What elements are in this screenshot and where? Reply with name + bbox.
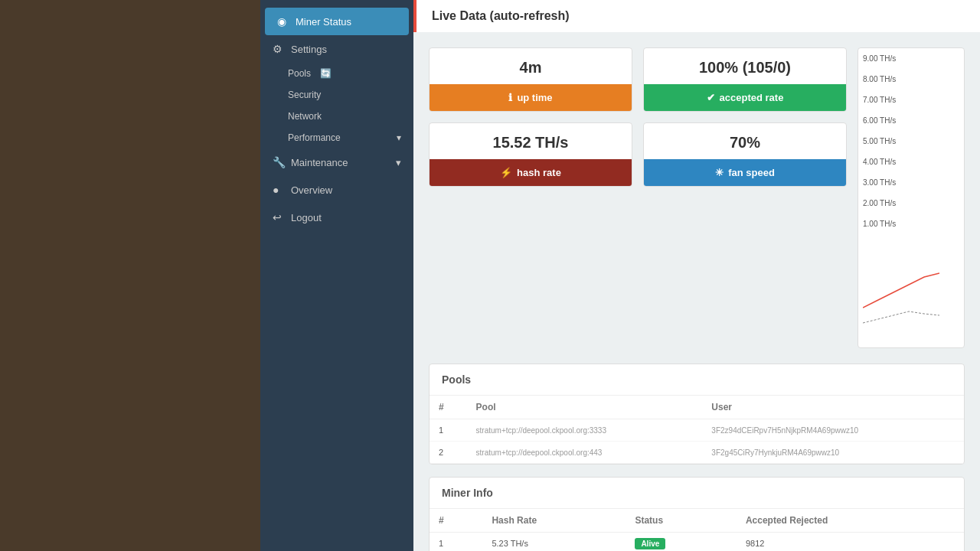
pools-table-row: 1 stratum+tcp://deepool.ckpool.org:3333 … — [430, 419, 964, 442]
sidebar-label-network: Network — [288, 111, 322, 122]
pool-user: 3F2g45CiRy7HynkjuRM4A69pwwz10 — [702, 442, 964, 464]
pools-col-pool: Pool — [467, 396, 703, 419]
status-badge: Alive — [635, 538, 665, 549]
pools-section: Pools # Pool User 1 stratum+tcp://deepoo… — [429, 364, 965, 465]
chart-y-label-8: 8.00 TH/s — [863, 75, 959, 83]
maintenance-arrow-icon: ▾ — [396, 157, 401, 168]
miner-num: 1 — [430, 533, 482, 552]
sidebar-label-performance: Performance — [288, 132, 341, 143]
chart-svg — [863, 231, 939, 338]
accepted-rate-icon: ✔ — [707, 92, 715, 103]
hash-rate-label-bar: ⚡ hash rate — [430, 159, 632, 186]
settings-icon: ⚙ — [273, 43, 285, 55]
sidebar-label-security: Security — [288, 90, 321, 100]
stats-grid: 4m ℹ up time 100% (105/0) ✔ accepted rat… — [429, 47, 847, 348]
miner-info-section-title: Miner Info — [430, 478, 964, 509]
sidebar-label-logout: Logout — [291, 212, 322, 223]
uptime-label: up time — [517, 92, 552, 103]
sidebar: ◉ Miner Status ⚙ Settings Pools 🔄 Securi… — [260, 0, 413, 551]
uptime-value: 4m — [430, 48, 632, 84]
accepted-rate-value: 100% (105/0) — [644, 48, 846, 84]
chart-y-labels: 9.00 TH/s 8.00 TH/s 7.00 TH/s 6.00 TH/s … — [863, 54, 959, 228]
pools-table-wrap: # Pool User 1 stratum+tcp://deepool.ckpo… — [430, 396, 964, 464]
overview-icon: ● — [273, 184, 285, 196]
content-area: 4m ℹ up time 100% (105/0) ✔ accepted rat… — [413, 47, 980, 551]
pool-num: 1 — [430, 419, 467, 442]
pools-col-num: # — [430, 396, 467, 419]
pool-url: stratum+tcp://deepool.ckpool.org:3333 — [467, 419, 703, 442]
chart-y-label-4: 4.00 TH/s — [863, 158, 959, 166]
fan-speed-value: 70% — [644, 123, 846, 159]
miner-hashrate: 5.23 TH/s — [482, 533, 626, 552]
pools-table: # Pool User 1 stratum+tcp://deepool.ckpo… — [430, 396, 964, 464]
accepted-rate-label: accepted rate — [720, 92, 784, 103]
miner-col-hashrate: Hash Rate — [482, 509, 626, 533]
fan-speed-label: fan speed — [728, 167, 775, 178]
pools-table-header: # Pool User — [430, 396, 964, 419]
miner-info-table-wrap: # Hash Rate Status Accepted Rejected 1 5… — [430, 509, 964, 551]
uptime-label-bar: ℹ up time — [430, 84, 632, 111]
camera-background — [0, 0, 260, 551]
fan-speed-card: 70% ✳ fan speed — [643, 122, 847, 187]
accepted-rate-card: 100% (105/0) ✔ accepted rate — [643, 47, 847, 112]
miner-accepted-rejected: 9812 — [737, 533, 964, 552]
chart-y-label-2: 2.00 TH/s — [863, 199, 959, 207]
page-header: Live Data (auto-refresh) — [413, 0, 980, 32]
logout-icon: ↩ — [273, 211, 285, 223]
chart-y-label-1: 1.00 TH/s — [863, 220, 959, 228]
hash-rate-value: 15.52 TH/s — [430, 123, 632, 159]
sidebar-label-settings: Settings — [291, 44, 327, 55]
miner-info-section: Miner Info # Hash Rate Status Accepted R… — [429, 477, 965, 551]
sidebar-item-overview[interactable]: ● Overview — [260, 176, 413, 204]
miner-col-status: Status — [626, 509, 737, 533]
chart-y-label-7: 7.00 TH/s — [863, 96, 959, 104]
miner-status: Alive — [626, 533, 737, 552]
miner-status-icon: ◉ — [277, 15, 289, 28]
miner-info-header: # Hash Rate Status Accepted Rejected — [430, 509, 964, 533]
chart-right: 9.00 TH/s 8.00 TH/s 7.00 TH/s 6.00 TH/s … — [858, 47, 965, 348]
sidebar-label-miner-status: Miner Status — [296, 16, 351, 28]
chart-y-label-3: 3.00 TH/s — [863, 178, 959, 187]
sidebar-item-settings[interactable]: ⚙ Settings — [260, 35, 413, 63]
miner-col-accepted-rejected: Accepted Rejected — [737, 509, 964, 533]
chart-y-label-9: 9.00 TH/s — [863, 54, 959, 63]
sidebar-item-logout[interactable]: ↩ Logout — [260, 204, 413, 231]
hash-rate-card: 15.52 TH/s ⚡ hash rate — [429, 122, 632, 187]
main-content: Live Data (auto-refresh) 4m ℹ up time — [413, 0, 980, 551]
hash-rate-label: hash rate — [517, 167, 561, 178]
pool-user: 3F2z94dCEiRpv7H5nNjkpRM4A69pwwz10 — [702, 419, 964, 442]
sidebar-item-performance[interactable]: Performance ▾ — [276, 127, 413, 148]
top-section: 4m ℹ up time 100% (105/0) ✔ accepted rat… — [429, 47, 965, 348]
pool-num: 2 — [430, 442, 467, 464]
sidebar-label-overview: Overview — [291, 184, 332, 196]
chevron-down-icon: ▾ — [397, 132, 401, 143]
chart-y-label-6: 6.00 TH/s — [863, 116, 959, 125]
pools-section-title: Pools — [430, 364, 964, 396]
pools-icon: 🔄 — [320, 68, 332, 79]
sidebar-item-pools[interactable]: Pools 🔄 — [276, 63, 413, 84]
sidebar-item-network[interactable]: Network — [276, 106, 413, 127]
miner-col-num: # — [430, 509, 482, 533]
fan-speed-icon: ✳ — [715, 167, 724, 178]
sidebar-sub-settings: Pools 🔄 Security Network Performance ▾ — [260, 63, 413, 148]
accepted-rate-label-bar: ✔ accepted rate — [644, 84, 846, 111]
sidebar-item-security[interactable]: Security — [276, 84, 413, 106]
maintenance-icon: 🔧 — [273, 156, 285, 168]
page-title: Live Data (auto-refresh) — [432, 9, 570, 22]
pools-col-user: User — [702, 396, 964, 419]
sidebar-item-miner-status[interactable]: ◉ Miner Status — [265, 8, 409, 35]
miner-info-table: # Hash Rate Status Accepted Rejected 1 5… — [430, 509, 964, 551]
sidebar-label-maintenance: Maintenance — [291, 157, 348, 168]
miner-info-row: 1 5.23 TH/s Alive 9812 — [430, 533, 964, 552]
sidebar-item-maintenance[interactable]: 🔧 Maintenance ▾ — [260, 148, 413, 176]
fan-speed-label-bar: ✳ fan speed — [644, 159, 846, 186]
sidebar-label-pools: Pools — [288, 68, 311, 79]
pool-url: stratum+tcp://deepool.ckpool.org:443 — [467, 442, 703, 464]
hash-rate-icon: ⚡ — [500, 167, 512, 178]
chart-y-label-5: 5.00 TH/s — [863, 137, 959, 145]
uptime-icon: ℹ — [508, 92, 512, 103]
uptime-card: 4m ℹ up time — [429, 47, 632, 112]
pools-table-row: 2 stratum+tcp://deepool.ckpool.org:443 3… — [430, 442, 964, 464]
